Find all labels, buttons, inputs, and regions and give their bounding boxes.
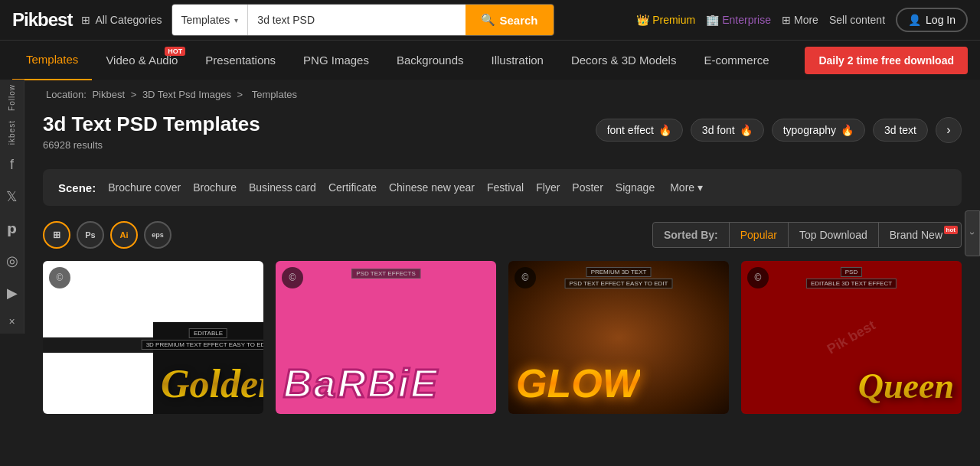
premium-btn[interactable]: 👑 Premium <box>636 14 695 26</box>
flame-icon-1: 🔥 <box>658 124 671 136</box>
flame-icon-2: 🔥 <box>740 124 753 136</box>
search-button[interactable]: 🔍 Search <box>466 5 554 35</box>
login-button[interactable]: 👤 Log In <box>896 8 968 32</box>
logo[interactable]: Pikbest <box>12 9 72 31</box>
breadcrumb-templates: Templates <box>252 89 297 100</box>
format-ps[interactable]: Ps <box>77 221 104 249</box>
scene-business-card[interactable]: Business card <box>249 180 316 195</box>
tag-3d-text[interactable]: 3d text <box>873 119 928 142</box>
nav-illustration[interactable]: Illustration <box>478 41 557 80</box>
crown-icon: 👑 <box>636 14 649 26</box>
nav-decors[interactable]: Decors & 3D Models <box>557 41 691 80</box>
search-dropdown-label: Templates <box>181 14 230 26</box>
facebook-icon[interactable]: f <box>0 149 24 181</box>
scene-brochure[interactable]: Brochure <box>193 180 237 195</box>
sort-top-download[interactable]: Top Download <box>789 223 879 247</box>
pinterest-icon[interactable]: 𝗽 <box>0 213 24 245</box>
scroll-button[interactable]: › <box>965 210 980 256</box>
twitter-icon[interactable]: 𝕏 <box>0 181 24 213</box>
card-image-3: PREMIUM 3D TEXT PSD TEXT EFFECT EASY TO … <box>508 261 729 414</box>
scene-more-label: More <box>670 181 694 194</box>
scene-signage[interactable]: Signage <box>616 180 655 195</box>
daily-download-button[interactable]: Daily 2 time free download <box>805 47 968 74</box>
card-glow[interactable]: © PREMIUM 3D TEXT PSD TEXT EFFECT EASY T… <box>508 261 729 414</box>
nav-right: 👑 Premium 🏢 Enterprise ⊞ More Sell conte… <box>636 8 968 32</box>
psd-effects-badge: PSD TEXT EFFECTS <box>351 269 420 279</box>
card-barbie[interactable]: © PSD TEXT EFFECTS BaRBiE <box>276 261 496 414</box>
scene-poster[interactable]: Poster <box>572 180 603 195</box>
search-btn-label: Search <box>500 14 538 27</box>
nav-video-audio[interactable]: Video & Audio HOT <box>92 41 191 80</box>
nav-png-images[interactable]: PNG Images <box>289 41 383 80</box>
card-psd-label-1: EDITABLE 3D PREMIUM TEXT EFFECT EASY TO … <box>142 328 263 350</box>
effect-badge: 3D PREMIUM TEXT EFFECT EASY TO EDIT <box>142 340 263 350</box>
enterprise-btn[interactable]: 🏢 Enterprise <box>706 14 771 26</box>
enterprise-label: Enterprise <box>722 14 771 26</box>
top-nav: Pikbest ⊞ All Categories Templates ▾ 🔍 S… <box>0 0 980 40</box>
png-images-label: PNG Images <box>303 54 369 67</box>
breadcrumb-sep2: > <box>237 89 246 100</box>
nav-ecommerce[interactable]: E-commerce <box>690 41 782 80</box>
card-golden[interactable]: © EDITABLE 3D PREMIUM TEXT EFFECT EASY T… <box>43 261 263 414</box>
decors-label: Decors & 3D Models <box>571 54 677 67</box>
tag-font-effect[interactable]: font effect 🔥 <box>596 119 683 142</box>
scene-more-btn[interactable]: More ▾ <box>670 181 703 194</box>
chevron-down-icon: ▾ <box>234 16 238 24</box>
sell-content-btn[interactable]: Sell content <box>829 14 885 26</box>
user-icon: 👤 <box>908 14 921 26</box>
breadcrumb-pikbest[interactable]: Pikbest <box>92 89 125 100</box>
format-all[interactable]: ⊞ <box>43 221 70 249</box>
sort-hot-badge: hot <box>944 226 958 234</box>
enterprise-icon: 🏢 <box>706 14 719 26</box>
results-count: 66928 results <box>43 139 260 151</box>
hot-badge: HOT <box>165 47 185 56</box>
logo-part2: best <box>38 9 72 30</box>
card-psd-label-4: PSD EDITABLE 3D TEXT EFFECT <box>806 267 897 288</box>
premium-label: Premium <box>652 14 695 26</box>
tag-3d-font[interactable]: 3d font 🔥 <box>691 119 764 142</box>
format-icons: ⊞ Ps Ai eps <box>43 221 172 249</box>
easy-edit-badge: PSD TEXT EFFECT EASY TO EDIT <box>565 279 673 288</box>
card-image-2: PSD TEXT EFFECTS BaRBiE <box>276 261 496 414</box>
format-eps[interactable]: eps <box>144 221 172 249</box>
nav-backgrounds[interactable]: Backgrounds <box>383 41 478 80</box>
editable-3d-badge: EDITABLE 3D TEXT EFFECT <box>806 279 897 288</box>
scene-brochure-cover[interactable]: Brochure cover <box>108 180 181 195</box>
search-input[interactable] <box>248 5 465 35</box>
sort-row: Sorted By: Popular Top Download Brand Ne… <box>652 222 962 248</box>
breadcrumb-3d-text[interactable]: 3D Text Psd Images <box>142 89 231 100</box>
main-content: Location: Pikbest > 3D Text Psd Images >… <box>24 80 980 423</box>
all-categories-btn[interactable]: ⊞ All Categories <box>81 14 162 26</box>
format-ai[interactable]: Ai <box>110 221 138 249</box>
second-nav: Templates Video & Audio HOT Presentation… <box>0 40 980 80</box>
chevron-down-icon-scene: ▾ <box>697 181 703 194</box>
search-dropdown[interactable]: Templates ▾ <box>172 5 249 35</box>
sidebar-close-btn[interactable]: × <box>0 309 24 334</box>
scene-chinese-new-year[interactable]: Chinese new year <box>389 180 475 195</box>
more-btn[interactable]: ⊞ More <box>782 14 818 26</box>
presentations-label: Presentations <box>205 54 276 67</box>
sidebar: Follow ikbest f 𝕏 𝗽 ◎ ▶ × <box>0 80 24 334</box>
instagram-icon[interactable]: ◎ <box>0 245 24 277</box>
scene-certificate[interactable]: Certificate <box>328 180 377 195</box>
search-bar: Templates ▾ 🔍 Search <box>172 4 554 36</box>
scene-flyer[interactable]: Flyer <box>536 180 560 195</box>
nav-presentations[interactable]: Presentations <box>191 41 289 80</box>
scene-festival[interactable]: Festival <box>487 180 524 195</box>
card-queen[interactable]: © PSD EDITABLE 3D TEXT EFFECT Pik best Q… <box>741 261 962 414</box>
glow-text: GLOW <box>516 360 640 406</box>
youtube-icon[interactable]: ▶ <box>0 277 24 309</box>
golden-text: Golden <box>161 361 263 406</box>
templates-label: Templates <box>26 53 78 66</box>
nav-templates[interactable]: Templates <box>12 41 92 80</box>
sort-popular[interactable]: Popular <box>730 223 789 247</box>
more-grid-icon: ⊞ <box>782 14 791 26</box>
tags-next-arrow[interactable]: › <box>936 117 962 143</box>
ecommerce-label: E-commerce <box>704 54 769 67</box>
logo-part1: Pik <box>12 9 38 30</box>
tag-typography-label: typography <box>783 124 836 136</box>
tag-typography[interactable]: typography 🔥 <box>772 119 865 142</box>
sort-brand-new[interactable]: Brand New hot <box>879 223 961 247</box>
breadcrumb-sep1: > <box>131 89 139 100</box>
barbie-text: BaRBiE <box>283 360 439 406</box>
